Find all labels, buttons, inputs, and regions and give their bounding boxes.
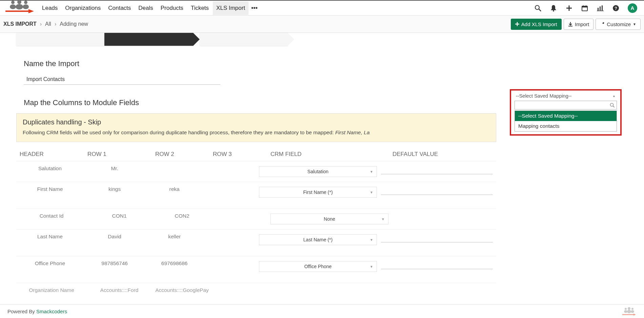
default-value-input[interactable] [381,186,493,195]
caret-down-icon: ▼ [370,265,373,269]
svg-rect-14 [582,6,587,7]
nav-deals[interactable]: Deals [135,1,156,15]
mapping-row: Organization NameAccounts::::FordAccount… [16,283,496,298]
bell-icon[interactable] [550,4,557,12]
people-icon [6,0,33,9]
svg-point-32 [631,308,633,310]
help-icon[interactable]: ? [612,4,620,12]
crm-field-select[interactable]: First Name (*)▼ [259,187,377,198]
nav-xls-import[interactable]: XLS Import [213,1,248,15]
crm-field-label: Office Phone [304,264,332,269]
crm-field-label: First Name (*) [303,190,333,195]
col-default-value: DEFAULT VALUE [390,150,495,158]
svg-rect-18 [600,6,601,11]
customize-button-label: Customize [607,21,631,27]
subbar-actions: Add XLS Import Import Customize ▼ [511,19,641,30]
svg-point-8 [535,5,539,9]
nav-organizations[interactable]: Organizations [62,1,104,15]
cell-row2: 697698686 [147,260,202,267]
nav-tickets[interactable]: Tickets [187,1,212,15]
nav-more[interactable]: ••• [248,2,260,14]
cell-row2: CON2 [153,212,211,220]
nav-leads[interactable]: Leads [39,1,61,15]
caret-down-icon: ▼ [370,238,373,242]
crm-field-select[interactable]: Salutation▼ [259,166,377,177]
saved-mapping-select[interactable]: --Select Saved Mapping-- ▲ [514,92,618,99]
add-xls-import-button[interactable]: Add XLS Import [511,19,562,30]
breadcrumb-current: Adding new [60,21,88,27]
svg-marker-7 [28,9,34,13]
col-row3: ROW 3 [211,150,268,158]
import-name-input[interactable] [24,74,220,85]
breadcrumb-module[interactable]: XLS IMPORT [3,21,37,27]
cell-crm-field [268,286,390,288]
arrow-icon [5,9,34,14]
cell-crm-field: First Name (*)▼ [257,185,379,198]
chevron-right-icon: › [55,21,56,27]
svg-rect-17 [598,8,599,11]
default-value-input[interactable] [381,234,493,242]
default-value-input[interactable] [381,165,493,174]
default-value-input[interactable] [381,260,493,269]
crm-field-label: None [324,216,335,222]
cell-row3 [202,233,257,234]
avatar-letter: A [631,5,635,11]
crm-field-select[interactable]: Office Phone▼ [259,261,377,272]
footer-text: Powered By Smackcoders [7,309,67,314]
saved-mapping-option[interactable]: Mapping contacts [515,121,617,131]
svg-line-9 [539,9,541,11]
cell-crm-field: None▼ [268,212,390,225]
customize-button[interactable]: Customize ▼ [596,19,641,30]
caret-down-icon: ▼ [381,217,385,221]
cell-row3 [211,212,268,214]
cell-row3 [211,286,268,288]
search-icon[interactable] [534,4,542,12]
svg-point-5 [23,4,29,9]
nav-products[interactable]: Products [157,1,187,15]
breadcrumb-all[interactable]: All [45,21,51,27]
import-button-label: Import [575,21,589,27]
wizard-step-2-active[interactable] [104,33,193,46]
cell-row1: 987856746 [82,260,147,267]
crm-field-select[interactable]: None▼ [270,214,388,224]
caret-down-icon: ▼ [633,22,636,26]
svg-point-31 [627,310,631,313]
duplicates-text: Following CRM fields will be used only f… [23,130,490,136]
saved-mapping-search-input[interactable] [517,102,608,108]
caret-down-icon: ▼ [370,191,373,194]
nav-contacts[interactable]: Contacts [105,1,134,15]
svg-point-0 [11,1,15,4]
cell-row3 [202,185,257,187]
cell-header: Office Phone [18,260,82,267]
svg-point-30 [628,307,630,310]
cell-crm-field: Salutation▼ [257,165,379,178]
footer: Powered By Smackcoders [0,304,644,318]
calendar-icon[interactable] [581,4,588,12]
cell-row2: reka [147,185,202,193]
col-header: HEADER [18,150,85,158]
import-button[interactable]: Import [564,19,594,30]
svg-line-27 [613,106,615,107]
mapping-row: Last NameDavidkellerLast Name (*)▼ [16,229,496,256]
name-import-title: Name the Import [24,59,501,68]
plus-icon[interactable] [565,4,573,12]
mapping-row: First NamekingsrekaFirst Name (*)▼ [16,182,496,208]
duplicates-text-prefix: Following CRM fields will be used only f… [23,130,335,135]
avatar[interactable]: A [628,3,637,13]
search-icon [610,103,615,107]
cell-row1: kings [82,185,147,193]
wizard-step-1[interactable] [16,33,104,46]
crm-field-label: Last Name (*) [303,237,333,242]
crm-field-select[interactable]: Last Name (*)▼ [259,234,377,245]
chart-icon[interactable] [597,4,604,12]
wizard-steps [16,33,508,46]
cell-crm-field: Last Name (*)▼ [257,233,379,246]
mapping-table: HEADER ROW 1 ROW 2 ROW 3 CRM FIELD DEFAU… [16,147,508,298]
mapping-row: Contact IdCON1CON2None▼ [16,208,496,229]
wizard-step-3[interactable] [200,33,288,46]
saved-mapping-option[interactable]: --Select Saved Mapping-- [515,111,617,121]
svg-point-26 [610,103,613,106]
svg-point-29 [624,310,627,313]
footer-link[interactable]: Smackcoders [36,309,67,314]
cell-row1: Accounts::::Ford [85,286,153,294]
